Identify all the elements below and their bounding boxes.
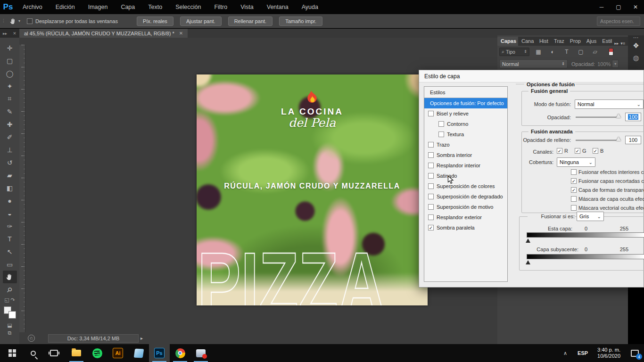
menu-archivo[interactable]: Archivo	[16, 0, 49, 14]
checkbox[interactable]	[428, 163, 434, 168]
toolbar-dock-header[interactable]: ▸▸ ✕	[0, 29, 19, 38]
menu-capa[interactable]: Capa	[114, 0, 141, 14]
filter-adjustment-layers-icon[interactable]: ◐	[547, 49, 558, 55]
task-view-button[interactable]	[43, 344, 64, 362]
style-row-texture[interactable]: Textura	[424, 129, 507, 140]
layer-filter-toggle[interactable]	[609, 48, 613, 56]
type-tool[interactable]: T	[3, 232, 17, 245]
style-row-blending-options[interactable]: Opciones de fusión: Por defecto	[424, 98, 507, 108]
gradient-tool[interactable]: ◧	[3, 181, 17, 194]
style-row-gradient-overlay[interactable]: Superposición de degradado	[424, 191, 507, 202]
print-size-button[interactable]: Tamaño impr.	[279, 16, 322, 26]
lasso-tool[interactable]: ◯	[3, 67, 17, 80]
clock[interactable]: 3:40 p. m. 10/6/2020	[593, 347, 625, 359]
healing-brush-tool[interactable]: ✚	[3, 118, 17, 131]
eraser-tool[interactable]: ▰	[3, 169, 17, 181]
layer-blend-mode-select[interactable]: Normal ⇕	[499, 59, 568, 68]
fill-opacity-value-field[interactable]: 100	[625, 136, 641, 144]
filter-shape-layers-icon[interactable]: ▢	[576, 49, 586, 55]
dock-close-icon[interactable]: ✕	[13, 31, 17, 36]
shape-tool[interactable]: ▭	[3, 258, 17, 271]
illustrator-button[interactable]: Ai	[107, 344, 128, 362]
tray-chevron-icon[interactable]: ∧	[558, 350, 573, 356]
fill-opacity-slider[interactable]	[576, 140, 618, 141]
this-layer-gradient[interactable]	[527, 232, 644, 238]
document-image[interactable]: LA COCINA del Pela RÚCULA, JAMÓN CRUDO Y…	[197, 74, 428, 305]
menu-imagen[interactable]: Imagen	[82, 0, 115, 14]
checkbox[interactable]	[571, 178, 577, 184]
actual-pixels-button[interactable]: Píx. reales	[137, 16, 173, 26]
workspace-selector[interactable]: Aspectos esen.	[597, 16, 640, 26]
scroll-all-windows-checkbox[interactable]	[27, 18, 33, 24]
menu-seleccion[interactable]: Selección	[169, 0, 207, 14]
screen-mode-icon[interactable]: ⧉	[4, 329, 16, 337]
channel-b[interactable]: B	[593, 148, 603, 154]
layer-opacity-dropdown[interactable]: ▾	[612, 60, 619, 68]
checkbox[interactable]	[428, 225, 434, 230]
status-arrow-icon[interactable]: ▸	[140, 336, 143, 341]
this-layer-handle[interactable]	[526, 239, 530, 243]
tab-capas[interactable]: Capas	[497, 37, 518, 46]
color-swatches[interactable]	[4, 306, 16, 319]
opacity-value-field[interactable]: 100	[625, 113, 641, 121]
dialog-title[interactable]: Estilo de capa	[419, 70, 644, 82]
document-tab-close-icon[interactable]: ✕	[179, 31, 183, 36]
file-explorer-button[interactable]	[66, 344, 87, 362]
dock-collapse-icon[interactable]: ▸▸	[3, 31, 7, 36]
path-selection-tool[interactable]: ↖	[3, 245, 17, 258]
checkbox[interactable]	[571, 196, 577, 202]
opacity-slider[interactable]	[576, 116, 618, 118]
close-button[interactable]: ✕	[627, 0, 644, 14]
style-row-outer-glow[interactable]: Resplandor exterior	[424, 212, 507, 222]
filter-smart-objects-icon[interactable]: ▱	[590, 49, 600, 55]
panel-menu-icon[interactable]: ▾≡	[620, 41, 628, 46]
zoom-tool[interactable]: ⚲	[3, 283, 17, 296]
opacity-slider-handle[interactable]	[616, 114, 621, 118]
style-row-drop-shadow[interactable]: Sombra paralela	[424, 222, 507, 233]
tab-trazados[interactable]: Traz	[551, 37, 567, 46]
filter-pixel-layers-icon[interactable]: ▦	[533, 49, 544, 55]
tab-estilos[interactable]: Estil	[599, 37, 614, 46]
chrome-button[interactable]	[170, 344, 190, 362]
knockout-select[interactable]: Ninguna ⌄	[557, 157, 595, 167]
start-button[interactable]	[2, 344, 23, 362]
default-swap-colors-icon[interactable]: ◱ ↷	[4, 296, 16, 304]
marquee-tool[interactable]: ▢	[3, 54, 17, 67]
tab-overflow-icon[interactable]: ▸▸	[614, 41, 620, 46]
styles-list-header[interactable]: Estilos	[424, 87, 507, 98]
blur-tool[interactable]: ●	[3, 194, 17, 207]
checkbox[interactable]	[428, 173, 434, 179]
fit-screen-button[interactable]: Ajustar pant.	[180, 16, 222, 26]
blend-clipped-checkbox-row[interactable]: Fusionar capas recortadas com	[571, 178, 644, 184]
style-row-inner-shadow[interactable]: Sombra interior	[424, 150, 507, 160]
history-brush-tool[interactable]: ↺	[3, 156, 17, 169]
blend-if-select[interactable]: Gris ⌄	[577, 212, 604, 221]
checkbox[interactable]	[428, 183, 434, 189]
style-row-satin[interactable]: Satinado	[424, 171, 507, 181]
crop-tool[interactable]: ⌗	[3, 92, 17, 105]
pen-tool[interactable]: ✑	[3, 220, 17, 232]
tab-historia[interactable]: Hist	[536, 37, 551, 46]
blend-interior-checkbox-row[interactable]: Fusionar efectos interiores com	[571, 169, 644, 175]
checkbox[interactable]	[557, 148, 562, 154]
language-indicator[interactable]: ESP	[573, 350, 593, 356]
tool-preset-arrow[interactable]: ▾	[18, 19, 20, 23]
style-row-inner-glow[interactable]: Resplandor interior	[424, 160, 507, 171]
channel-g[interactable]: G	[575, 148, 586, 154]
photos-app-button[interactable]	[128, 344, 149, 362]
background-color-swatch[interactable]	[8, 311, 16, 319]
checkbox[interactable]	[428, 152, 434, 158]
tab-propiedades[interactable]: Prop	[567, 37, 583, 46]
fill-screen-button[interactable]: Rellenar pant.	[228, 16, 273, 26]
quick-selection-tool[interactable]: ✦	[3, 80, 17, 92]
underlying-layer-handle[interactable]	[526, 260, 530, 264]
minimize-button[interactable]: ─	[593, 0, 610, 14]
checkbox[interactable]	[571, 187, 577, 193]
style-row-pattern-overlay[interactable]: Superposición de motivo	[424, 202, 507, 212]
spotify-button[interactable]	[87, 344, 107, 362]
tab-canales[interactable]: Cana	[518, 37, 536, 46]
style-row-contour[interactable]: Contorno	[424, 119, 507, 129]
menu-texto[interactable]: Texto	[141, 0, 169, 14]
fill-opacity-slider-handle[interactable]	[616, 137, 621, 141]
layer-filter-select[interactable]: ⌕ Tipo ⇕	[499, 48, 529, 56]
